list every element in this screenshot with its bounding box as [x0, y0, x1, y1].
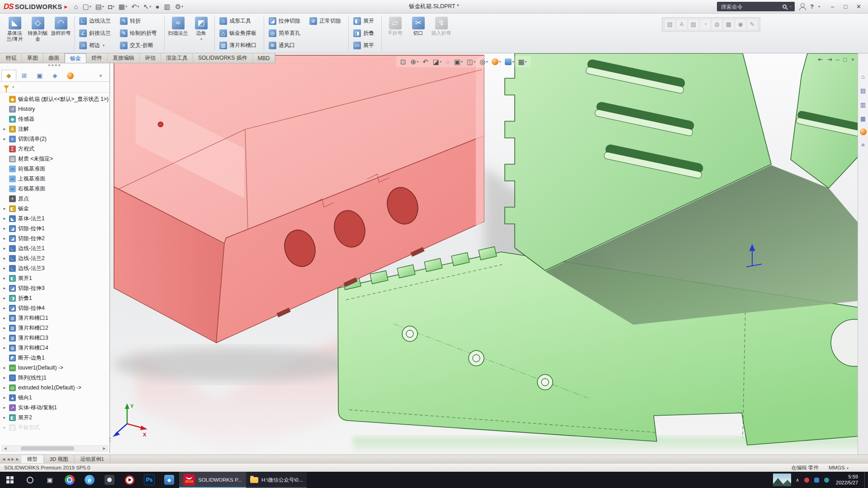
scroll-left-icon[interactable]: ◀ — [2, 446, 8, 450]
show-desktop-button[interactable] — [864, 472, 868, 488]
maximize-button[interactable]: □ — [839, 1, 852, 12]
doctab-scroll-prev[interactable]: ◀ — [7, 457, 9, 461]
tab-sheetmetal[interactable]: 钣金 — [65, 53, 86, 63]
no-bends-button[interactable]: 不折弯 — [384, 15, 406, 37]
zoom-area-icon[interactable]: ⊕ ▾ — [409, 58, 421, 66]
expand-arrow-icon[interactable]: ▸ — [2, 365, 7, 370]
tree-item[interactable]: ▸ 注解 — [2, 124, 109, 134]
panel-expand-chevron[interactable] — [93, 70, 108, 81]
tree-item[interactable]: ▸ 薄片和槽口1 — [2, 313, 109, 323]
panel-splitter-handle[interactable]: ●●●● — [0, 63, 109, 68]
doctab-model[interactable]: 模型 — [21, 455, 44, 463]
jog-button[interactable]: 转折 — [118, 15, 162, 27]
tree-item[interactable]: History — [2, 104, 109, 114]
expand-arrow-icon[interactable]: ▸ — [2, 246, 7, 251]
expand-arrow-icon[interactable]: ▸ — [2, 306, 7, 310]
lofted-bend-button[interactable]: 放样折弯 — [50, 15, 72, 37]
swept-flange-button[interactable]: 扫描法兰 — [167, 15, 189, 37]
tree-item[interactable]: ▸ 切除-拉伸3 — [2, 283, 109, 293]
tree-horizontal-scrollbar[interactable]: ◀ ▶ — [2, 445, 108, 451]
tree-item[interactable]: ▸ 切割清单(2) — [2, 134, 109, 144]
tab-mbd[interactable]: MBD — [253, 53, 275, 63]
hidden-icons-chevron[interactable]: ∧ — [796, 477, 799, 483]
appearances-tab[interactable] — [860, 128, 867, 135]
tab-direct-editing[interactable]: 直接编辑 — [108, 53, 140, 63]
user-account-icon[interactable] — [799, 3, 806, 10]
tree-item[interactable]: ▸ 边线-法兰3 — [2, 263, 109, 273]
expand-arrow-icon[interactable]: ▸ — [2, 137, 7, 141]
configurationmanager-tab[interactable] — [32, 70, 47, 81]
minimize-button[interactable]: – — [826, 1, 839, 12]
taskbar-clock[interactable]: 5:59 2022/5/27 — [834, 474, 860, 486]
sketched-bend-button[interactable]: 绘制的折弯 — [118, 28, 162, 39]
magnet-toggle[interactable] — [153, 1, 161, 12]
tab-and-slot-button[interactable]: 薄片和槽口 — [217, 40, 261, 51]
vent-button[interactable]: 通风口 — [266, 40, 305, 51]
tab-features[interactable]: 特征 — [1, 53, 22, 63]
miter-flange-button[interactable]: 斜接法兰 — [77, 28, 116, 39]
tab-evaluate[interactable]: 评估 — [140, 53, 161, 63]
custom-properties-tab[interactable] — [859, 141, 868, 149]
tab-weldments[interactable]: 焊件 — [86, 53, 108, 63]
unfold-button[interactable]: 展开 — [351, 15, 379, 27]
tree-item[interactable]: ▸ 薄片和槽口2 — [2, 323, 109, 333]
tree-item[interactable]: ▸ louver1(Default) -> — [2, 363, 109, 373]
tree-item[interactable]: ▸ 边线-法兰2 — [2, 253, 109, 263]
previous-view-icon[interactable]: ↶ — [421, 58, 431, 66]
expand-arrow-icon[interactable]: ▸ — [2, 415, 7, 420]
tray-icon-2[interactable] — [814, 478, 819, 483]
rip-button[interactable]: 切口 — [407, 15, 429, 37]
featuremanager-tab[interactable] — [1, 70, 16, 81]
tree-item[interactable]: ▸ 镜向1 — [2, 393, 109, 403]
expand-arrow-icon[interactable]: ▸ — [2, 216, 7, 221]
scrollbar-thumb[interactable] — [21, 446, 74, 450]
media-app-button[interactable] — [100, 472, 119, 488]
tree-item[interactable]: 右视基准面 — [2, 184, 109, 194]
browser-app-button[interactable] — [60, 472, 80, 488]
close-button[interactable]: ✕ — [852, 1, 865, 12]
view-orientation-icon[interactable]: ▣ ▾ — [452, 58, 465, 66]
expand-arrow-icon[interactable]: ▸ — [2, 326, 7, 330]
extruded-cut-button[interactable]: 拉伸切除 — [266, 15, 305, 27]
tree-item[interactable]: ▸ 展开1 — [2, 273, 109, 283]
tree-item[interactable]: ▸ 基体-法兰1 — [2, 213, 109, 223]
help-button[interactable]: ? — [810, 3, 814, 10]
tree-item[interactable]: ▸ 薄片和槽口3 — [2, 333, 109, 343]
fold-button[interactable]: 折叠 — [351, 28, 379, 39]
pane-collapse-left-icon[interactable] — [818, 56, 823, 63]
resources-tab[interactable] — [859, 72, 868, 81]
filter-dropdown-icon[interactable]: ▾ — [12, 85, 14, 89]
tree-item[interactable]: ▸ 切除-拉伸2 — [2, 233, 109, 243]
expand-arrow-icon[interactable]: ▸ — [2, 226, 7, 231]
solidworks-taskbar-button[interactable]: 2019 SOLIDWORKS P... — [179, 472, 246, 488]
doctab-scroll-first[interactable]: ◀ — [2, 457, 5, 461]
edge-flange-button[interactable]: 边线法兰 — [77, 15, 116, 27]
view-palette-tab[interactable] — [859, 114, 868, 123]
tree-item[interactable]: 原点 — [2, 194, 109, 204]
corner-button[interactable]: 边角 ▾ — [190, 15, 212, 43]
command-search-box[interactable]: ▾ — [717, 2, 795, 11]
player-app-button[interactable] — [119, 472, 139, 488]
convert-to-sheetmetal-button[interactable]: 转换到钣金 — [27, 15, 49, 43]
normal-cut-button[interactable]: 正常切除 — [307, 15, 346, 27]
expand-arrow-icon[interactable]: ▸ — [2, 266, 7, 270]
tree-item[interactable]: ▸ 平板型式 — [2, 422, 109, 432]
expand-arrow-icon[interactable]: ▸ — [2, 296, 7, 300]
tree-item[interactable]: ▸ 折叠1 — [2, 293, 109, 303]
tree-item[interactable]: 前视基准面 — [2, 164, 109, 174]
expand-arrow-icon[interactable]: ▸ — [2, 236, 7, 241]
doc-close-button[interactable] — [851, 56, 854, 63]
expand-arrow-icon[interactable]: ▸ — [2, 336, 7, 340]
new-document-button[interactable]: ▾ — [81, 1, 93, 12]
tab-render-tools[interactable]: 渲染工具 — [161, 53, 193, 63]
tree-item[interactable]: ▸ 切除-拉伸4 — [2, 303, 109, 313]
tree-item[interactable]: ▸ 展开2 — [2, 412, 109, 422]
tree-item[interactable]: 方程式 — [2, 144, 109, 154]
tree-item[interactable]: ▸ extruded hole1(Default) -> — [2, 383, 109, 393]
open-button[interactable]: ▾ — [94, 1, 106, 12]
search-button[interactable] — [20, 472, 40, 488]
status-units[interactable]: MMGS ▾ — [829, 465, 849, 470]
tree-item[interactable]: ▸ 边线-法兰1 — [2, 243, 109, 253]
options-gear-button[interactable]: ▾ — [173, 1, 185, 12]
filter-funnel-icon[interactable] — [4, 85, 9, 89]
